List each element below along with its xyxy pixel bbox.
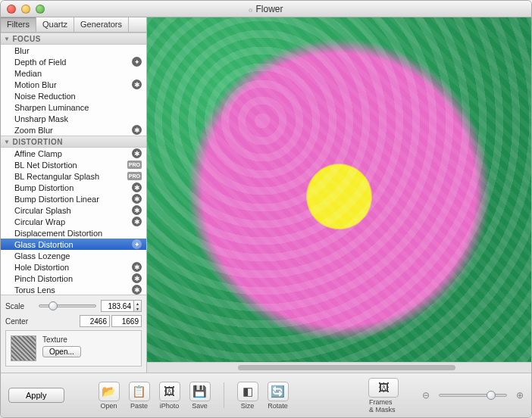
- group-header[interactable]: ▼FOCUS: [1, 33, 146, 45]
- filter-item[interactable]: BL Net DistortionPRO: [1, 159, 146, 170]
- toolbar-size-button[interactable]: ◧Size: [233, 382, 262, 410]
- sidebar-tabs: Filters Quartz Generators: [1, 17, 146, 33]
- app-window: Flower Filters Quartz Generators ▼FOCUSB…: [0, 0, 532, 418]
- window-title: Flower: [1, 4, 531, 14]
- filter-item[interactable]: Torus Lens: [1, 284, 146, 295]
- tab-filters[interactable]: Filters: [1, 17, 36, 32]
- toolbar-group-transform: ◧Size🔄Rotate: [233, 382, 293, 410]
- scale-value-field[interactable]: [101, 300, 134, 312]
- zoom-out-icon[interactable]: ⊖: [422, 390, 430, 401]
- filter-item[interactable]: Motion Blur: [1, 79, 146, 90]
- toolbar-button-label: Size: [241, 402, 255, 410]
- group-header[interactable]: ▼DISTORTION: [1, 136, 146, 148]
- filter-item[interactable]: Glass Lozenge: [1, 250, 146, 261]
- target-icon: [132, 217, 142, 226]
- filter-item[interactable]: Noise Reduction: [1, 90, 146, 101]
- target-icon: [132, 148, 142, 158]
- texture-thumbnail[interactable]: [11, 335, 36, 361]
- toolbar-group-file: 📂Open📋Paste🖼iPhoto💾Save: [95, 382, 214, 410]
- filter-item[interactable]: BL Rectangular SplashPRO: [1, 170, 146, 182]
- rotate-icon: 🔄: [268, 382, 289, 401]
- grid-icon: [132, 239, 142, 249]
- filter-item[interactable]: Circular Wrap: [1, 216, 146, 227]
- scale-slider[interactable]: [39, 304, 96, 307]
- target-icon: [132, 205, 142, 215]
- filter-item[interactable]: Affine Clamp: [1, 148, 146, 159]
- toolbar-button-label: iPhoto: [160, 402, 180, 410]
- filter-item[interactable]: Blur: [1, 45, 146, 56]
- texture-well: Texture Open...: [5, 330, 142, 367]
- group-label: DISTORTION: [12, 138, 62, 146]
- bottom-toolbar: Apply 📂Open📋Paste🖼iPhoto💾Save ◧Size🔄Rota…: [1, 373, 531, 417]
- save-icon: 💾: [189, 382, 211, 401]
- filter-item[interactable]: Circular Splash: [1, 204, 146, 216]
- filter-item[interactable]: Zoom Blur: [1, 124, 146, 136]
- zoom-control: ⊖ ⊕: [422, 390, 524, 401]
- group-label: FOCUS: [12, 35, 41, 43]
- filter-item[interactable]: Sharpen Luminance: [1, 101, 146, 113]
- center-y-field[interactable]: [111, 315, 142, 327]
- pro-badge: PRO: [127, 172, 142, 180]
- toolbar-rotate-button[interactable]: 🔄Rotate: [264, 382, 293, 410]
- filter-item[interactable]: Hole Distortion: [1, 261, 146, 273]
- scale-stepper[interactable]: ▴▾: [134, 300, 142, 312]
- canvas-area: [147, 17, 531, 373]
- filter-item-label: Unsharp Mask: [14, 114, 68, 123]
- scale-label: Scale: [5, 302, 34, 310]
- texture-open-button[interactable]: Open...: [42, 346, 81, 357]
- scale-slider-thumb[interactable]: [49, 301, 58, 310]
- toolbar-button-label: Open: [101, 402, 117, 410]
- filter-item-label: BL Net Distortion: [14, 161, 77, 170]
- filter-item-label: Depth of Field: [14, 58, 66, 67]
- tab-generators[interactable]: Generators: [74, 17, 129, 32]
- toolbar-paste-button[interactable]: 📋Paste: [125, 382, 154, 410]
- toolbar-save-button[interactable]: 💾Save: [186, 382, 214, 410]
- filter-item-label: Median: [14, 69, 42, 78]
- filter-item-label: Hole Distortion: [14, 263, 69, 272]
- filter-item-label: BL Rectangular Splash: [14, 172, 99, 181]
- zoom-slider-thumb[interactable]: [487, 391, 496, 400]
- frames-icon: 🖼: [368, 378, 399, 398]
- apply-button[interactable]: Apply: [8, 388, 64, 403]
- frames-label: Frames & Masks: [369, 398, 398, 413]
- filter-item-label: Bump Distortion: [14, 183, 74, 192]
- filter-item-label: Circular Splash: [14, 206, 71, 215]
- filter-item[interactable]: Glass Distortion: [1, 239, 146, 250]
- target-icon: [132, 273, 142, 283]
- zoom-slider[interactable]: [439, 394, 507, 397]
- toolbar-button-label: Save: [192, 402, 208, 410]
- toolbar-open-button[interactable]: 📂Open: [95, 382, 124, 410]
- frames-masks-button[interactable]: 🖼 Frames & Masks: [369, 378, 398, 413]
- filter-item-label: Zoom Blur: [14, 126, 53, 135]
- close-button[interactable]: [7, 5, 16, 14]
- paste-icon: 📋: [129, 382, 150, 401]
- texture-label: Texture: [42, 335, 81, 344]
- center-x-field[interactable]: [80, 315, 110, 327]
- image-canvas[interactable]: [147, 17, 531, 362]
- zoom-button[interactable]: [36, 5, 45, 14]
- minimize-button[interactable]: [21, 5, 30, 14]
- filter-item[interactable]: Bump Distortion Linear: [1, 193, 146, 204]
- iphoto-icon: 🖼: [159, 382, 180, 401]
- toolbar-button-label: Rotate: [268, 402, 288, 410]
- sidebar: Filters Quartz Generators ▼FOCUSBlurDept…: [1, 17, 147, 373]
- tab-quartz[interactable]: Quartz: [36, 17, 74, 32]
- filter-item[interactable]: Pinch Distortion: [1, 273, 146, 284]
- zoom-in-icon[interactable]: ⊕: [516, 390, 524, 401]
- target-icon: [132, 182, 142, 192]
- target-icon: [132, 285, 142, 295]
- filter-item[interactable]: Bump Distortion: [1, 182, 146, 193]
- filter-item-label: Blur: [14, 46, 30, 55]
- filter-item[interactable]: Depth of Field: [1, 56, 146, 67]
- disclosure-triangle-icon: ▼: [4, 139, 10, 145]
- filter-item[interactable]: Displacement Distortion: [1, 227, 146, 239]
- toolbar-iphoto-button[interactable]: 🖼iPhoto: [155, 382, 184, 410]
- filter-item-label: Torus Lens: [14, 285, 55, 295]
- filter-item[interactable]: Unsharp Mask: [1, 113, 146, 124]
- titlebar: Flower: [1, 1, 531, 17]
- filter-item-label: Affine Clamp: [14, 149, 62, 158]
- horizontal-scrollbar[interactable]: [147, 362, 531, 373]
- scrollbar-thumb[interactable]: [238, 365, 455, 370]
- filter-list[interactable]: ▼FOCUSBlurDepth of FieldMedianMotion Blu…: [1, 33, 146, 295]
- filter-item[interactable]: Median: [1, 67, 146, 79]
